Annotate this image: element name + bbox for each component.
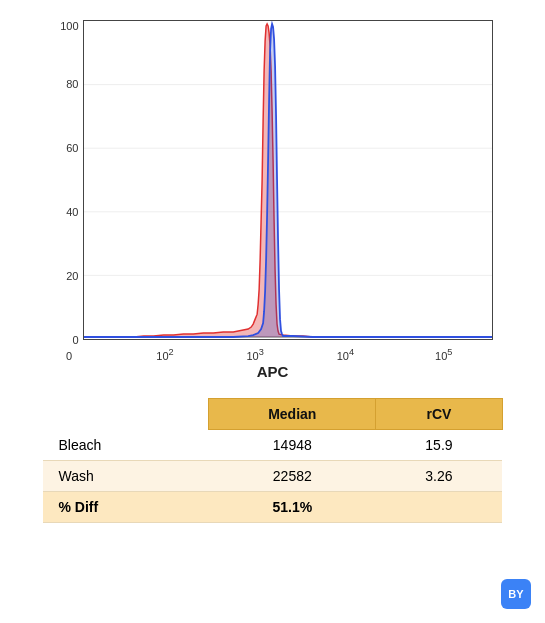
header-empty bbox=[43, 399, 209, 430]
row-median-diff: 51.1% bbox=[209, 492, 376, 523]
header-rcv: rCV bbox=[376, 399, 502, 430]
watermark-badge: BY bbox=[501, 579, 531, 609]
row-label-bleach: Bleach bbox=[43, 430, 209, 461]
chart-svg bbox=[83, 20, 493, 340]
table-row-diff: % Diff 51.1% bbox=[43, 492, 503, 523]
y-tick-0: 0 bbox=[72, 334, 82, 346]
row-label-wash: Wash bbox=[43, 461, 209, 492]
table-row-wash: Wash 22582 3.26 bbox=[43, 461, 503, 492]
x-tick-1e4: 104 bbox=[337, 347, 354, 362]
table-row-bleach: Bleach 14948 15.9 bbox=[43, 430, 503, 461]
y-tick-60: 60 bbox=[66, 142, 82, 154]
row-label-diff: % Diff bbox=[43, 492, 209, 523]
row-rcv-bleach: 15.9 bbox=[376, 430, 502, 461]
x-axis-label: APC bbox=[257, 363, 289, 380]
x-tick-1e5: 105 bbox=[435, 347, 452, 362]
y-tick-100: 100 bbox=[60, 20, 82, 32]
x-tick-0: 0 bbox=[66, 350, 72, 362]
y-tick-80: 80 bbox=[66, 78, 82, 90]
chart-container: Residual Bleach 5 min H2O Wash 0 20 40 6… bbox=[33, 10, 513, 390]
watermark-text: BY bbox=[508, 588, 523, 600]
x-tick-1e3: 103 bbox=[247, 347, 264, 362]
chart-plot-area: 0 20 40 60 80 100 0 bbox=[83, 20, 493, 340]
row-rcv-diff bbox=[376, 492, 502, 523]
row-median-bleach: 14948 bbox=[209, 430, 376, 461]
y-tick-20: 20 bbox=[66, 270, 82, 282]
header-median: Median bbox=[209, 399, 376, 430]
y-tick-40: 40 bbox=[66, 206, 82, 218]
row-rcv-wash: 3.26 bbox=[376, 461, 502, 492]
x-tick-1e2: 102 bbox=[156, 347, 173, 362]
row-median-wash: 22582 bbox=[209, 461, 376, 492]
data-table: Median rCV Bleach 14948 15.9 Wash 22582 … bbox=[43, 398, 503, 523]
